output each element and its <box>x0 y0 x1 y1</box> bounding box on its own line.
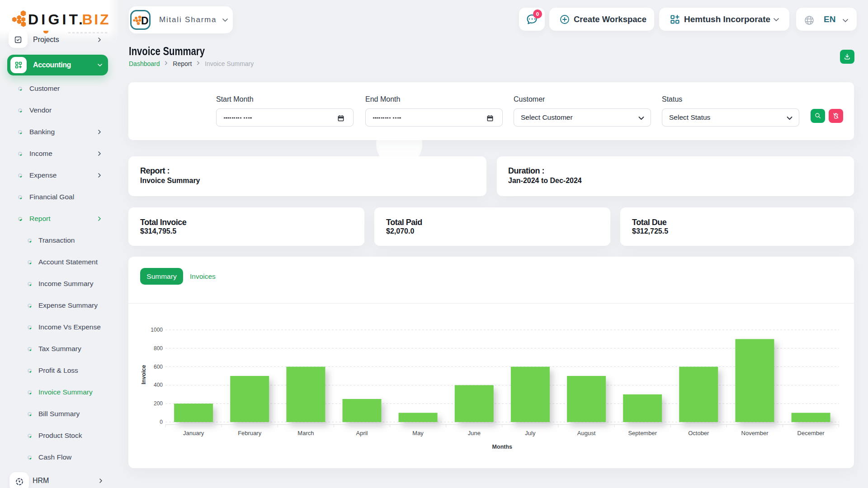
svg-text:June: June <box>468 430 481 436</box>
svg-text:0: 0 <box>160 419 163 425</box>
svg-text:800: 800 <box>154 345 163 352</box>
svg-text:600: 600 <box>154 364 163 370</box>
svg-text:July: July <box>525 430 536 436</box>
svg-text:December: December <box>797 430 825 436</box>
svg-text:September: September <box>628 430 657 436</box>
svg-text:April: April <box>356 430 368 436</box>
svg-text:Months: Months <box>492 444 512 450</box>
svg-text:November: November <box>741 430 769 436</box>
svg-text:Invoice: Invoice <box>141 365 147 384</box>
svg-text:1000: 1000 <box>151 327 163 333</box>
svg-text:D: D <box>141 15 149 27</box>
svg-text:October: October <box>688 430 709 436</box>
svg-text:BIZ: BIZ <box>82 11 111 28</box>
svg-text:DIGIT: DIGIT <box>28 11 80 28</box>
svg-text:200: 200 <box>154 400 163 407</box>
svg-text:400: 400 <box>154 382 163 388</box>
svg-text:March: March <box>297 430 314 436</box>
svg-text:August: August <box>577 430 596 436</box>
svg-text:May: May <box>412 430 424 436</box>
svg-text:January: January <box>183 430 204 436</box>
svg-text:February: February <box>238 430 262 436</box>
